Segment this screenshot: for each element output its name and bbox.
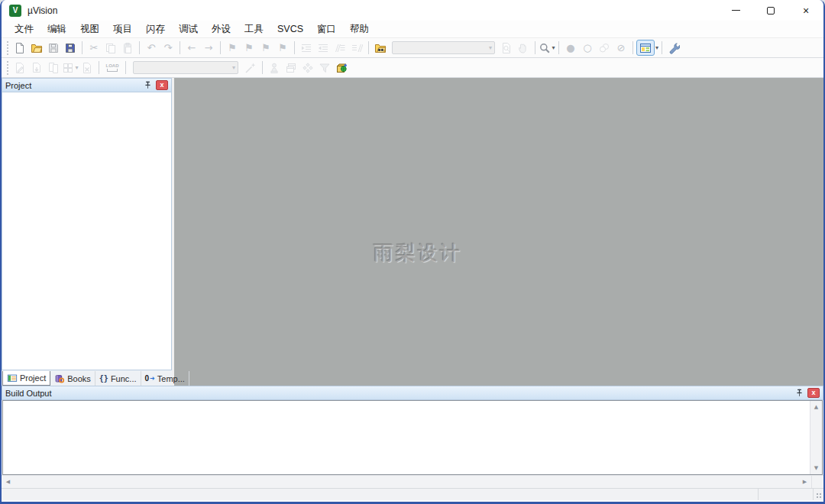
- batch-build-button[interactable]: ▾: [62, 60, 79, 76]
- copy-icon: [105, 42, 117, 54]
- scroll-up-icon[interactable]: ▲: [814, 401, 818, 413]
- bookmark-clear-icon: ⚑: [278, 43, 287, 53]
- save-button[interactable]: [45, 40, 62, 56]
- select-packs-button[interactable]: [316, 60, 333, 76]
- menu-item-window[interactable]: 窗口: [310, 21, 343, 37]
- menu-item-view[interactable]: 视图: [73, 21, 106, 37]
- uncomment-button[interactable]: [348, 40, 365, 56]
- navigate-back-button[interactable]: ←: [183, 40, 200, 56]
- redo-button[interactable]: ↷: [160, 40, 176, 56]
- breakpoint-disable-all-button[interactable]: [596, 40, 613, 56]
- menu-item-debug[interactable]: 调试: [172, 21, 205, 37]
- menu-item-tools[interactable]: 工具: [238, 21, 270, 37]
- find-button[interactable]: ▾: [539, 40, 555, 56]
- build-output-content[interactable]: [3, 401, 810, 474]
- breakpoint-enable-button[interactable]: ○: [579, 40, 596, 56]
- toolbar-grip[interactable]: [5, 61, 9, 75]
- target-options-button[interactable]: [242, 60, 259, 76]
- tab-functions[interactable]: {} Func...: [95, 371, 141, 386]
- navigate-back-icon: ←: [188, 43, 196, 53]
- manage-rte-button[interactable]: [299, 60, 316, 76]
- scroll-down-icon[interactable]: ▼: [814, 462, 818, 474]
- menu-item-flash[interactable]: 闪存: [139, 21, 172, 37]
- close-icon: ×: [803, 5, 809, 16]
- menu-item-svcs[interactable]: SVCS: [270, 22, 310, 36]
- scroll-left-icon[interactable]: ◀: [2, 479, 15, 485]
- find-results-button[interactable]: [498, 40, 515, 56]
- app-logo-icon: V: [9, 5, 21, 17]
- save-all-button[interactable]: [62, 40, 79, 56]
- build-output-pin-button[interactable]: [793, 387, 805, 399]
- translate-icon: [14, 62, 26, 74]
- toolbar-separator: [220, 41, 221, 54]
- configuration-button[interactable]: [665, 40, 682, 56]
- horizontal-scrollbar[interactable]: ◀ ▶: [2, 475, 823, 488]
- target-select-combobox[interactable]: ▾: [133, 61, 238, 74]
- breakpoint-toggle-button[interactable]: ●: [562, 40, 579, 56]
- bookmark-prev-button[interactable]: ⚑: [241, 40, 257, 56]
- copy-button[interactable]: [102, 40, 119, 56]
- rebuild-button[interactable]: [45, 60, 62, 76]
- cut-button[interactable]: ✂: [86, 40, 102, 56]
- doc-search-icon: [500, 42, 513, 54]
- manage-components-button[interactable]: [266, 60, 283, 76]
- download-button[interactable]: LOAD: [102, 60, 122, 76]
- bookmark-next-button[interactable]: ⚑: [257, 40, 274, 56]
- toolbar-separator: [535, 41, 535, 54]
- minimize-icon: [732, 10, 740, 11]
- window-title: µVision: [28, 5, 57, 16]
- menu-item-peripherals[interactable]: 外设: [205, 21, 238, 37]
- open-file-button[interactable]: [28, 40, 45, 56]
- maximize-button[interactable]: [753, 0, 788, 21]
- braces-icon: {}: [99, 374, 108, 383]
- menu-item-help[interactable]: 帮助: [343, 21, 376, 37]
- diamond-icon: [302, 62, 314, 74]
- arrow-icon: ➜: [150, 375, 155, 382]
- project-panel-header: Project x: [2, 78, 172, 92]
- undo-button[interactable]: ↶: [143, 40, 160, 56]
- grep-button[interactable]: [515, 40, 532, 56]
- new-file-button[interactable]: [11, 40, 28, 56]
- find-in-files-button[interactable]: [372, 40, 389, 56]
- toolbar-separator: [139, 41, 140, 54]
- build-output-close-button[interactable]: x: [807, 388, 820, 398]
- toolbar-grip[interactable]: [5, 41, 9, 55]
- menu-item-project[interactable]: 项目: [106, 21, 139, 37]
- project-tree[interactable]: [2, 92, 172, 370]
- window-layout-button[interactable]: [636, 40, 655, 56]
- hand-icon: [517, 42, 529, 54]
- indent-button[interactable]: [298, 40, 315, 56]
- bookmark-clear-button[interactable]: ⚑: [274, 40, 291, 56]
- tab-books[interactable]: Books: [50, 371, 95, 386]
- project-pin-button[interactable]: [141, 79, 154, 91]
- tab-project[interactable]: Project: [2, 371, 50, 386]
- breakpoint-kill-all-button[interactable]: ⊘: [613, 40, 629, 56]
- tab-templates[interactable]: 0➜ Temp...: [141, 371, 189, 386]
- search-combobox[interactable]: ▾: [392, 41, 495, 54]
- toolbar-separator: [558, 41, 559, 54]
- paste-button[interactable]: [119, 40, 136, 56]
- outdent-button[interactable]: [315, 40, 332, 56]
- menu-item-file[interactable]: 文件: [8, 21, 40, 37]
- bookmark-icon: ⚑: [228, 43, 237, 53]
- vertical-scrollbar[interactable]: ▲ ▼: [810, 401, 822, 474]
- menu-item-edit[interactable]: 编辑: [40, 21, 73, 37]
- comment-button[interactable]: [332, 40, 348, 56]
- bookmark-toggle-button[interactable]: ⚑: [224, 40, 241, 56]
- pin-icon: [794, 388, 804, 398]
- translate-button[interactable]: [11, 60, 28, 76]
- minimize-button[interactable]: [718, 0, 753, 21]
- resize-grip[interactable]: [813, 489, 823, 500]
- funnel-icon: [319, 62, 331, 74]
- stop-build-button[interactable]: [79, 60, 95, 76]
- build-output-header: Build Output x: [2, 386, 823, 400]
- pack-installer-button[interactable]: [333, 60, 350, 76]
- navigate-forward-button[interactable]: →: [200, 40, 217, 56]
- close-button[interactable]: ×: [788, 0, 823, 21]
- build-button[interactable]: [28, 60, 45, 76]
- chevron-down-icon[interactable]: ▾: [655, 44, 658, 51]
- manage-books-button[interactable]: [283, 60, 299, 76]
- build-output-body: ▲ ▼: [2, 400, 823, 475]
- scroll-right-icon[interactable]: ▶: [798, 479, 811, 485]
- project-close-button[interactable]: x: [156, 80, 168, 90]
